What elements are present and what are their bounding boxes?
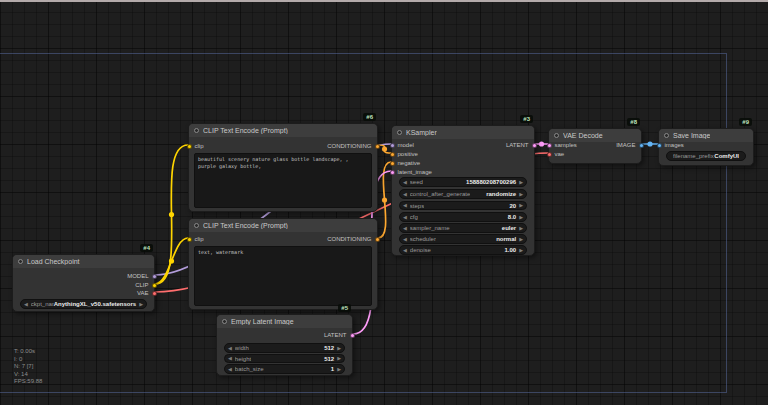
node-title-bar[interactable]: CLIP Text Encode (Prompt) (189, 219, 377, 232)
output-slot-CONDITIONING[interactable]: CONDITIONING (327, 143, 379, 150)
collapse-dot-icon[interactable] (397, 130, 402, 135)
widget-increment-icon[interactable]: ▶ (337, 346, 341, 351)
node-title-bar[interactable]: CLIP Text Encode (Prompt) (189, 124, 377, 137)
slot-label: vae (555, 151, 565, 157)
output-slot-MODEL[interactable]: MODEL (127, 273, 156, 280)
widget-height[interactable]: ◀height512▶ (224, 354, 345, 364)
widget-decrement-icon[interactable]: ◀ (403, 203, 407, 208)
input-slot-negative[interactable]: negative (390, 160, 421, 167)
widget-decrement-icon[interactable]: ◀ (228, 367, 232, 372)
widget-scheduler[interactable]: ◀schedulernormal▶ (399, 234, 527, 244)
node-vae-decode[interactable]: VAE DecodesamplesvaeIMAGE (548, 128, 642, 164)
widget-decrement-icon[interactable]: ◀ (228, 346, 232, 351)
slot-dot-model[interactable] (152, 274, 157, 279)
slot-dot-image[interactable] (657, 143, 662, 148)
node-title-bar[interactable]: KSampler (392, 126, 534, 139)
slot-dot-latent[interactable] (390, 170, 395, 175)
widget-seed[interactable]: ◀seed158880208700296▶ (399, 177, 527, 187)
input-slot-clip[interactable]: clip (187, 236, 204, 243)
widget-value: 158880208700296 (466, 179, 516, 185)
slot-dot-image[interactable] (639, 143, 644, 148)
widget-control_after_generate[interactable]: ◀control_after_generaterandomize▶ (399, 189, 527, 199)
node-title-bar[interactable]: Save Image (659, 129, 753, 142)
widget-label: ckpt_name (31, 301, 54, 307)
widget-decrement-icon[interactable]: ◀ (403, 226, 407, 231)
widget-label: width (235, 345, 249, 351)
prompt-textarea[interactable]: text, watermark (194, 246, 372, 306)
widget-decrement-icon[interactable]: ◀ (228, 356, 232, 361)
widget-sampler_name[interactable]: ◀sampler_nameeuler▶ (399, 223, 527, 233)
collapse-dot-icon[interactable] (554, 133, 559, 138)
output-slot-LATENT[interactable]: LATENT (506, 142, 537, 149)
input-slot-model[interactable]: model (390, 142, 414, 149)
widget-width[interactable]: ◀width512▶ (224, 343, 345, 353)
slot-dot-vae[interactable] (152, 291, 157, 296)
widget-increment-icon[interactable]: ▶ (337, 356, 341, 361)
slot-label: samples (555, 142, 577, 148)
collapse-dot-icon[interactable] (194, 128, 199, 133)
widget-ckpt_name[interactable]: ◀ckpt_nameAnythingXL_v50.safetensors▶ (20, 299, 147, 309)
input-slot-images[interactable]: images (657, 142, 684, 149)
slot-dot-vae[interactable] (547, 152, 552, 157)
widget-increment-icon[interactable]: ▶ (519, 226, 523, 231)
output-slot-LATENT[interactable]: LATENT (324, 332, 355, 339)
widget-steps[interactable]: ◀steps20▶ (399, 201, 527, 211)
input-slot-clip[interactable]: clip (187, 143, 204, 150)
collapse-dot-icon[interactable] (18, 259, 23, 264)
graph-canvas[interactable]: Load CheckpointMODELCLIPVAE◀ckpt_nameAny… (0, 0, 768, 405)
widget-increment-icon[interactable]: ▶ (337, 367, 341, 372)
widget-batch_size[interactable]: ◀batch_size1▶ (224, 364, 345, 374)
widget-increment-icon[interactable]: ▶ (519, 248, 523, 253)
widget-decrement-icon[interactable]: ◀ (403, 248, 407, 253)
input-slot-samples[interactable]: samples (547, 142, 577, 149)
widget-increment-icon[interactable]: ▶ (519, 237, 523, 242)
widget-filename_prefix[interactable]: filename_prefixComfyUI (666, 151, 746, 161)
widget-decrement-icon[interactable]: ◀ (403, 180, 407, 185)
collapse-dot-icon[interactable] (222, 319, 227, 324)
widget-cfg[interactable]: ◀cfg8.0▶ (399, 212, 527, 222)
widget-denoise[interactable]: ◀denoise1.00▶ (399, 245, 527, 255)
widget-label: batch_size (235, 366, 264, 372)
widget-decrement-icon[interactable]: ◀ (403, 237, 407, 242)
input-slot-positive[interactable]: positive (390, 151, 418, 158)
widget-increment-icon[interactable]: ▶ (519, 180, 523, 185)
collapse-dot-icon[interactable] (664, 133, 669, 138)
output-slot-CLIP[interactable]: CLIP (135, 282, 156, 289)
widget-increment-icon[interactable]: ▶ (519, 203, 523, 208)
widget-increment-icon[interactable]: ▶ (519, 215, 523, 220)
widget-decrement-icon[interactable]: ◀ (24, 302, 28, 307)
widget-decrement-icon[interactable]: ◀ (403, 192, 407, 197)
slot-dot-model[interactable] (390, 143, 395, 148)
node-clip-text-encode-negative[interactable]: CLIP Text Encode (Prompt)clipCONDITIONIN… (188, 218, 378, 310)
slot-dot-latent[interactable] (350, 333, 355, 338)
node-title-bar[interactable]: Empty Latent Image (217, 315, 352, 328)
slot-dot-latent[interactable] (547, 143, 552, 148)
collapse-dot-icon[interactable] (194, 223, 199, 228)
output-slot-CONDITIONING[interactable]: CONDITIONING (327, 236, 379, 243)
input-slot-vae[interactable]: vae (547, 151, 565, 158)
output-slot-IMAGE[interactable]: IMAGE (616, 142, 643, 149)
slot-dot-clip[interactable] (152, 283, 157, 288)
node-id-badge: #3 (520, 115, 533, 123)
slot-label: images (665, 142, 684, 148)
node-empty-latent-image[interactable]: Empty Latent ImageLATENT◀width512▶◀heigh… (216, 314, 353, 376)
output-slot-VAE[interactable]: VAE (137, 290, 157, 297)
node-title-bar[interactable]: VAE Decode (549, 129, 641, 142)
slot-dot-conditioning[interactable] (390, 161, 395, 166)
prompt-textarea[interactable]: beautiful scenery nature glass bottle la… (194, 153, 372, 208)
widget-increment-icon[interactable]: ▶ (519, 192, 523, 197)
slot-dot-conditioning[interactable] (375, 144, 380, 149)
slot-dot-clip[interactable] (187, 237, 192, 242)
node-clip-text-encode-positive[interactable]: CLIP Text Encode (Prompt)clipCONDITIONIN… (188, 123, 378, 212)
node-title-bar[interactable]: Load Checkpoint (13, 255, 154, 268)
node-load-checkpoint[interactable]: Load CheckpointMODELCLIPVAE◀ckpt_nameAny… (12, 254, 155, 312)
slot-dot-conditioning[interactable] (375, 237, 380, 242)
node-save-image[interactable]: Save Imageimagesfilename_prefixComfyUI (658, 128, 754, 166)
widget-decrement-icon[interactable]: ◀ (403, 215, 407, 220)
widget-increment-icon[interactable]: ▶ (139, 302, 143, 307)
node-ksampler[interactable]: KSamplermodelpositivenegativelatent_imag… (391, 125, 535, 256)
slot-dot-conditioning[interactable] (390, 152, 395, 157)
slot-dot-clip[interactable] (187, 144, 192, 149)
slot-dot-latent[interactable] (532, 143, 537, 148)
input-slot-latent_image[interactable]: latent_image (390, 169, 432, 176)
